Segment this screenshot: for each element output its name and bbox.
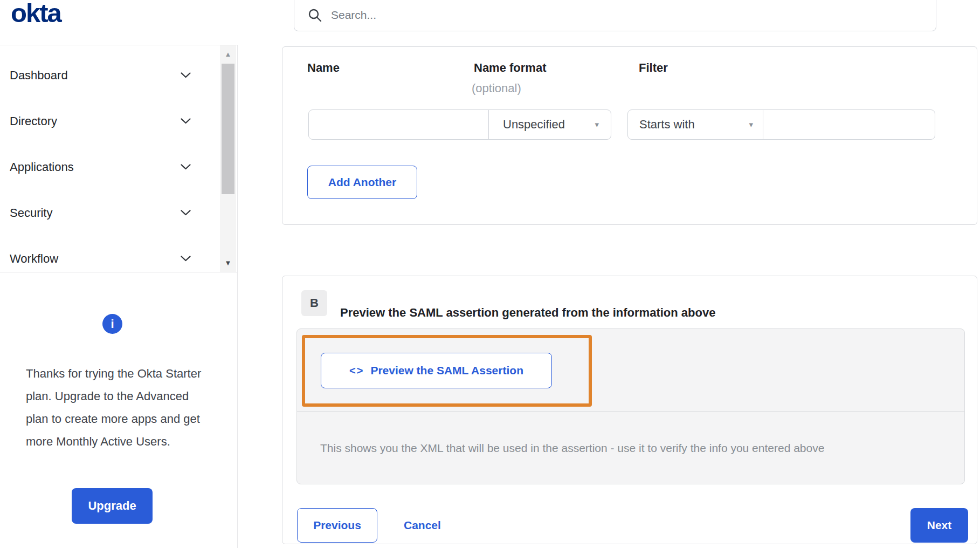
preview-button-label: Preview the SAML Assertion	[370, 364, 523, 377]
okta-admin-page: okta Dashboard Directory Applications Se…	[0, 0, 980, 548]
name-input[interactable]	[309, 110, 489, 139]
sidebar-item-applications[interactable]: Applications	[0, 145, 219, 190]
code-brackets-icon: <>	[349, 365, 364, 377]
chevron-down-icon	[181, 208, 191, 218]
scrollbar-thumb[interactable]	[222, 64, 234, 194]
sidebar-nav: Dashboard Directory Applications Securit…	[0, 45, 237, 272]
caret-down-icon: ▾	[595, 120, 599, 129]
sidebar-divider	[237, 45, 238, 548]
chevron-down-icon	[181, 162, 191, 172]
filter-value-input[interactable]	[763, 110, 935, 139]
filter-field-group: Starts with ▾	[627, 109, 935, 140]
preview-panel: <> Preview the SAML Assertion This shows…	[296, 328, 965, 484]
scroll-up-icon[interactable]: ▲	[220, 50, 236, 58]
name-column-label: Name	[307, 61, 340, 75]
sidebar-scrollbar[interactable]: ▲ ▼	[220, 45, 236, 272]
upgrade-panel: i Thanks for trying the Okta Starter pla…	[0, 273, 237, 548]
preview-section-title: Preview the SAML assertion generated fro…	[340, 306, 715, 320]
search-bar[interactable]	[294, 0, 936, 31]
sidebar-item-directory[interactable]: Directory	[0, 99, 219, 144]
sidebar-item-dashboard[interactable]: Dashboard	[0, 53, 219, 98]
step-b-badge: B	[301, 290, 327, 316]
sidebar-item-label: Directory	[10, 114, 57, 128]
name-format-hint: (optional)	[472, 81, 521, 95]
sidebar-item-workflow[interactable]: Workflow	[0, 236, 219, 272]
search-icon	[308, 8, 322, 23]
add-another-button[interactable]: Add Another	[307, 166, 417, 199]
search-input[interactable]	[322, 4, 936, 26]
preview-saml-card: B Preview the SAML assertion generated f…	[282, 276, 977, 544]
previous-button[interactable]: Previous	[297, 508, 377, 543]
preview-description-area: This shows you the XML that will be used…	[297, 412, 964, 484]
preview-button-area: <> Preview the SAML Assertion	[297, 329, 964, 412]
name-format-value: Unspecified	[503, 118, 565, 132]
sidebar-item-label: Applications	[10, 160, 74, 174]
info-icon: i	[102, 314, 122, 334]
sidebar-item-security[interactable]: Security	[0, 190, 219, 236]
sidebar-item-label: Workflow	[10, 252, 58, 266]
cancel-link[interactable]: Cancel	[404, 508, 441, 543]
name-format-select[interactable]: Unspecified ▾	[489, 110, 611, 139]
sidebar-item-label: Dashboard	[10, 68, 68, 83]
preview-description: This shows you the XML that will be used…	[320, 442, 824, 455]
name-field-group: Unspecified ▾	[308, 109, 611, 140]
scroll-down-icon[interactable]: ▼	[220, 259, 236, 267]
chevron-down-icon	[181, 71, 191, 80]
next-button[interactable]: Next	[910, 508, 968, 543]
chevron-down-icon	[181, 254, 191, 264]
upgrade-button[interactable]: Upgrade	[72, 488, 153, 524]
preview-saml-assertion-button[interactable]: <> Preview the SAML Assertion	[321, 353, 552, 388]
name-format-column-label: Name format	[474, 61, 546, 75]
upgrade-message: Thanks for trying the Okta Starter plan.…	[26, 362, 209, 453]
okta-logo[interactable]: okta	[11, 0, 61, 28]
filter-type-value: Starts with	[639, 118, 695, 132]
attribute-statements-card: Name Name format (optional) Filter Unspe…	[282, 46, 977, 225]
filter-column-label: Filter	[639, 61, 668, 75]
chevron-down-icon	[181, 117, 191, 126]
caret-down-icon: ▾	[749, 120, 753, 129]
sidebar-item-label: Security	[10, 206, 52, 220]
filter-type-select[interactable]: Starts with ▾	[628, 110, 763, 139]
